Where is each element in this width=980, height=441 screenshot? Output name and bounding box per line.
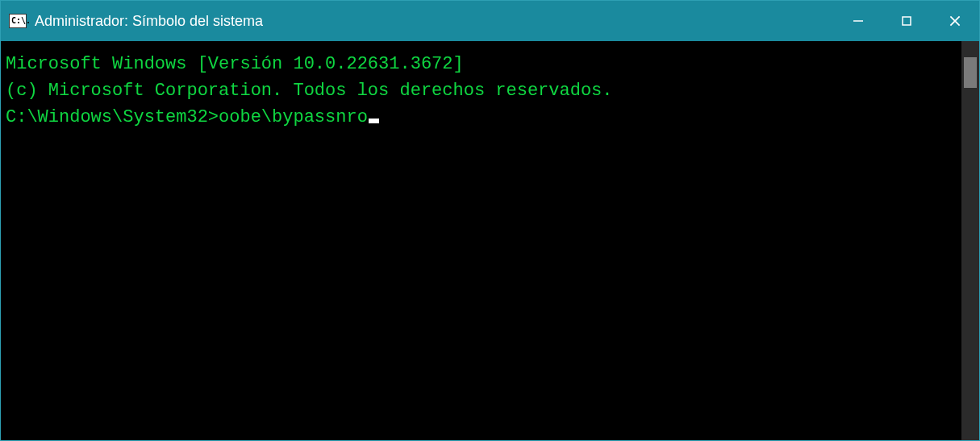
window-controls [834,1,979,41]
minimize-button[interactable] [834,1,882,41]
terminal-area: Microsoft Windows [Versión 10.0.22631.36… [1,41,979,440]
maximize-button[interactable] [882,1,931,41]
cmd-icon-label: C:\. [11,17,31,25]
terminal-cursor [369,119,379,123]
terminal-command: oobe\bypassnro [219,104,368,131]
command-prompt-window: C:\. Administrador: Símbolo del sistema [0,0,980,441]
window-title: Administrador: Símbolo del sistema [35,13,834,30]
minimize-icon [852,15,865,27]
terminal-prompt: C:\Windows\System32> [6,104,219,131]
scrollbar-thumb[interactable] [964,57,977,88]
close-button[interactable] [931,1,979,41]
terminal-content[interactable]: Microsoft Windows [Versión 10.0.22631.36… [1,41,961,440]
close-icon [948,14,962,28]
maximize-icon [900,15,913,27]
terminal-prompt-line: C:\Windows\System32>oobe\bypassnro [6,104,957,131]
terminal-copyright-line: (c) Microsoft Corporation. Todos los der… [6,77,957,104]
vertical-scrollbar[interactable] [961,41,979,440]
cmd-icon: C:\. [9,14,27,28]
svg-rect-1 [903,17,911,25]
terminal-version-line: Microsoft Windows [Versión 10.0.22631.36… [6,51,957,77]
titlebar[interactable]: C:\. Administrador: Símbolo del sistema [1,1,979,41]
